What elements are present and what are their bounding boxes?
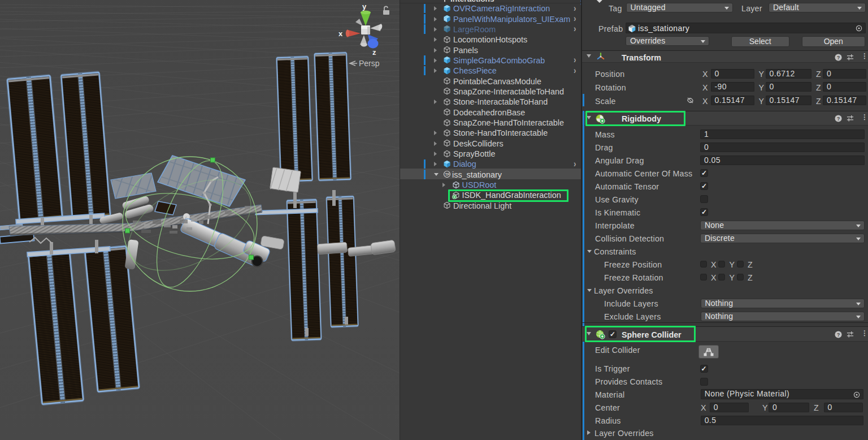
- svg-text:x: x: [338, 29, 343, 38]
- svg-text:?: ?: [837, 332, 840, 338]
- svg-text:?: ?: [837, 116, 840, 122]
- svg-text:?: ?: [837, 54, 840, 60]
- svg-text:Persp: Persp: [359, 59, 380, 68]
- svg-text:y: y: [362, 2, 367, 11]
- svg-text:TF: TF: [445, 172, 450, 176]
- svg-text:z: z: [372, 48, 376, 57]
